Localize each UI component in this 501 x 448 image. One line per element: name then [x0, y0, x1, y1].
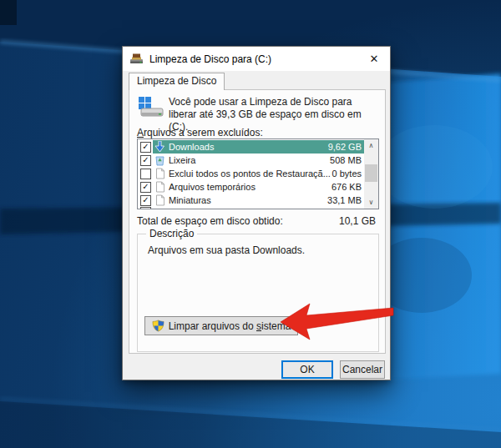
- item-label: Arquivos temporários: [169, 182, 331, 192]
- list-item-downloads[interactable]: ✓ Downloads 9,62 GB: [138, 140, 364, 154]
- recycle-bin-icon: [154, 154, 166, 166]
- list-item-arquivos-temporarios[interactable]: ✓ Arquivos temporários 676 KB: [138, 180, 364, 194]
- files-listbox[interactable]: ✓ Downloads 9,62 GB ✓: [137, 138, 379, 209]
- checkbox-downloads[interactable]: ✓: [140, 142, 151, 153]
- checkbox-arquivos-temporarios[interactable]: ✓: [140, 182, 151, 193]
- drive-icon: [138, 96, 164, 119]
- title-bar: Limpeza de Disco para (C:) ✕: [123, 47, 390, 71]
- cancel-button[interactable]: Cancelar: [340, 360, 385, 379]
- disk-cleanup-dialog: Limpeza de Disco para (C:) ✕ Limpeza de …: [122, 46, 391, 380]
- tab-limpeza-de-disco[interactable]: Limpeza de Disco: [129, 73, 225, 90]
- file-icon: [154, 194, 166, 206]
- checkbox-pontos-restauracao[interactable]: [140, 169, 151, 179]
- list-item-lixeira[interactable]: ✓ Lixeira 508 MB: [138, 154, 364, 167]
- clean-system-files-button[interactable]: Limpar arquivos do sistema: [144, 316, 298, 335]
- tab-page: Você pode usar a Limpeza de Disco para l…: [129, 89, 386, 354]
- checkbox-miniaturas[interactable]: ✓: [140, 195, 151, 206]
- description-text: Arquivos em sua pasta Downloads.: [148, 244, 305, 256]
- description-groupbox: Descrição Arquivos em sua pasta Download…: [137, 234, 379, 352]
- window-title: Limpeza de Disco para (C:): [149, 53, 271, 65]
- scroll-thumb[interactable]: [365, 164, 377, 182]
- item-label: Downloads: [169, 142, 328, 152]
- item-size: 508 MB: [330, 155, 364, 165]
- list-scrollbar[interactable]: ∧ ∨: [364, 139, 378, 209]
- description-legend: Descrição: [146, 228, 197, 239]
- uac-shield-icon: [152, 320, 164, 332]
- desktop: Limpeza de Disco para (C:) ✕ Limpeza de …: [0, 0, 501, 448]
- checkbox-lixeira[interactable]: ✓: [140, 155, 151, 166]
- item-size: 33,1 MB: [327, 195, 364, 205]
- list-item-pontos-restauracao[interactable]: Exclui todos os pontos de Restauraçã... …: [138, 167, 364, 180]
- file-icon: [154, 181, 166, 193]
- total-space-value: 10,1 GB: [339, 215, 376, 227]
- scroll-down-icon[interactable]: ∨: [364, 196, 378, 209]
- item-label: Exclui todos os pontos de Restauraçã...: [169, 169, 332, 179]
- item-label: Lixeira: [169, 155, 330, 165]
- download-arrow-icon: [154, 141, 166, 153]
- ok-button[interactable]: OK: [281, 360, 333, 379]
- close-icon[interactable]: ✕: [358, 47, 390, 70]
- files-rows: ✓ Downloads 9,62 GB ✓: [138, 140, 364, 209]
- item-size: 0 bytes: [332, 169, 364, 179]
- disk-cleanup-icon: [129, 53, 144, 65]
- files-to-delete-label: Arquivos a serem excluídos:: [137, 127, 263, 138]
- total-space-label: Total de espaço em disco obtido:: [137, 215, 283, 227]
- item-size: 9,62 GB: [328, 142, 364, 152]
- list-item-partial: [138, 207, 364, 209]
- checkbox-partial: [140, 207, 151, 209]
- clean-system-files-label: Limpar arquivos do sistema: [169, 320, 291, 332]
- scroll-up-icon[interactable]: ∧: [364, 139, 378, 152]
- list-item-miniaturas[interactable]: ✓ Miniaturas 33,1 MB: [138, 194, 364, 207]
- item-label: Miniaturas: [169, 195, 327, 205]
- item-size: 676 KB: [331, 182, 364, 192]
- file-icon: [154, 168, 166, 179]
